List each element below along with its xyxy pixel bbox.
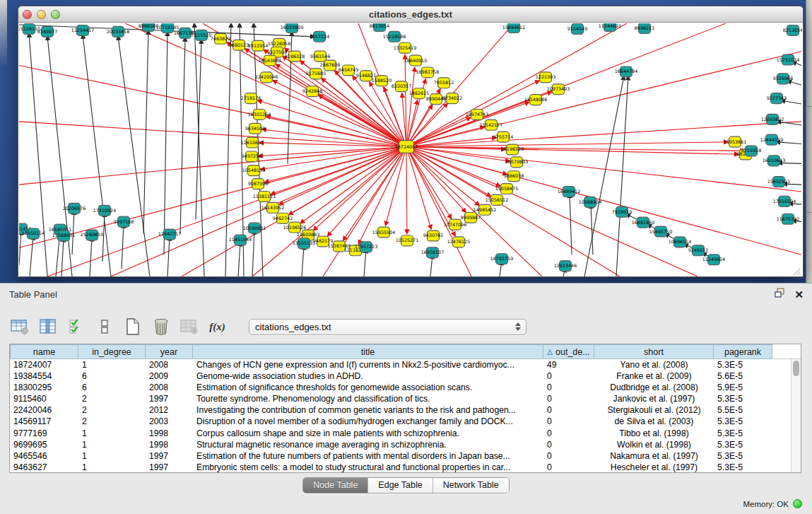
graph-edge[interactable] bbox=[406, 147, 407, 234]
table-row[interactable]: 911546021997Tourette syndrome. Phenomeno… bbox=[10, 393, 791, 404]
graph-edge[interactable] bbox=[406, 52, 801, 147]
new-file-icon[interactable] bbox=[123, 317, 142, 337]
table-row[interactable]: 1872400712008Changes of HCN gene express… bbox=[10, 359, 791, 370]
cell-year[interactable]: 2008 bbox=[146, 382, 193, 393]
cell-name[interactable]: 22420046 bbox=[10, 404, 78, 416]
cell-title[interactable]: Corpus callosum shape and size in male p… bbox=[193, 428, 543, 439]
cell-pagerank[interactable]: 5.3E-5 bbox=[714, 428, 772, 439]
float-panel-icon[interactable] bbox=[775, 288, 786, 301]
cell-name[interactable]: 9465546 bbox=[10, 450, 78, 462]
cell-name[interactable]: 18724007 bbox=[10, 359, 78, 370]
graph-edge[interactable] bbox=[167, 236, 170, 276]
cell-in-degree[interactable]: 1 bbox=[78, 359, 146, 370]
table-row[interactable]: 1456911722003Disruption of a novel membe… bbox=[10, 416, 791, 427]
cell-year[interactable]: 1997 bbox=[146, 393, 193, 404]
graph-edge[interactable] bbox=[19, 147, 406, 185]
resize-grip[interactable] bbox=[794, 269, 800, 275]
graph-edge[interactable] bbox=[300, 147, 406, 223]
cell-in-degree[interactable]: 1 bbox=[78, 462, 146, 473]
row-height-icon[interactable] bbox=[95, 317, 114, 337]
graph-edge[interactable] bbox=[122, 224, 124, 269]
memory-status-icon[interactable] bbox=[793, 499, 802, 508]
table-scrollbar[interactable] bbox=[791, 359, 801, 472]
graph-edge[interactable] bbox=[289, 147, 406, 215]
cell-in-degree[interactable]: 2 bbox=[78, 404, 146, 416]
network-view-window[interactable]: citations_edges.txt 74638228660123891295… bbox=[18, 6, 804, 277]
graph-edge[interactable] bbox=[143, 30, 148, 234]
graph-edge[interactable] bbox=[19, 231, 21, 266]
table-row[interactable]: 977716911998Corpus callosum shape and si… bbox=[10, 428, 791, 439]
graph-edge[interactable] bbox=[164, 32, 167, 255]
graph-edge[interactable] bbox=[406, 23, 514, 147]
cell-out-de-[interactable]: 0 bbox=[543, 382, 594, 393]
cell-name[interactable]: 18300295 bbox=[10, 382, 78, 393]
table-dropdown[interactable]: citations_edges.txt bbox=[249, 319, 526, 335]
graph-edge[interactable] bbox=[238, 242, 240, 276]
graph-edge[interactable] bbox=[90, 237, 92, 276]
cell-out-de-[interactable]: 0 bbox=[543, 462, 594, 473]
cell-title[interactable]: Disruption of a novel member of a sodium… bbox=[193, 416, 543, 427]
table-row[interactable]: 2242004622012Investigating the contribut… bbox=[10, 404, 791, 416]
column-header-in-degree[interactable]: in_degree bbox=[78, 344, 146, 359]
column-header-title[interactable]: title bbox=[193, 344, 543, 359]
table-row[interactable]: 946362711997Embryonic stem cells: a mode… bbox=[10, 462, 791, 473]
cell-title[interactable]: Changes of HCN gene expression and I(f) … bbox=[193, 359, 543, 370]
cell-pagerank[interactable]: 5.3E-5 bbox=[714, 462, 772, 473]
cell-year[interactable]: 2003 bbox=[146, 416, 193, 427]
cell-pagerank[interactable]: 5.3E-5 bbox=[714, 359, 772, 370]
table-settings-icon[interactable] bbox=[10, 317, 29, 337]
cell-pagerank[interactable]: 5.9E-5 bbox=[714, 382, 772, 393]
tab-network-table[interactable]: Network Table bbox=[433, 478, 509, 493]
table-row[interactable]: 969969511998Structural magnetic resonanc… bbox=[10, 439, 791, 450]
cell-name[interactable]: 9463627 bbox=[10, 462, 78, 473]
graph-edge[interactable] bbox=[406, 147, 698, 276]
graph-edge[interactable] bbox=[30, 235, 33, 276]
cell-in-degree[interactable]: 6 bbox=[78, 382, 146, 393]
graph-edge[interactable] bbox=[406, 142, 728, 147]
cell-out-de-[interactable]: 0 bbox=[543, 393, 594, 404]
cell-title[interactable]: Tourette syndrome. Phenomenology and cla… bbox=[193, 393, 543, 404]
column-header-name[interactable]: name bbox=[10, 344, 78, 359]
graph-edge[interactable] bbox=[302, 245, 304, 276]
cell-in-degree[interactable]: 1 bbox=[78, 450, 146, 462]
graph-edge[interactable] bbox=[319, 95, 406, 146]
close-panel-icon[interactable]: ✕ bbox=[794, 288, 804, 301]
network-canvas[interactable]: 7463822866012389129541522605893275081654… bbox=[19, 23, 802, 276]
cell-out-de-[interactable]: 49 bbox=[543, 359, 594, 370]
cell-short[interactable]: Hescheler et al. (1997) bbox=[594, 462, 714, 473]
cell-in-degree[interactable]: 2 bbox=[78, 393, 146, 404]
cell-short[interactable]: de Silva et al. (2003) bbox=[594, 416, 714, 427]
tab-edge-table[interactable]: Edge Table bbox=[367, 478, 432, 493]
tab-node-table[interactable]: Node Table bbox=[303, 478, 367, 493]
cell-out-de-[interactable]: 0 bbox=[543, 450, 594, 462]
cell-year[interactable]: 1997 bbox=[146, 462, 193, 473]
graph-edge[interactable] bbox=[406, 100, 418, 147]
function-icon[interactable]: f(x) bbox=[208, 317, 227, 337]
graph-edge[interactable] bbox=[19, 66, 406, 147]
scrollbar-thumb[interactable] bbox=[793, 361, 799, 376]
cell-pagerank[interactable]: 5.3E-5 bbox=[714, 393, 772, 404]
table-row[interactable]: 1830029562008Estimation of significance … bbox=[10, 382, 791, 393]
cell-name[interactable]: 19384554 bbox=[10, 370, 78, 382]
table-header-row[interactable]: namein_degreeyeartitle△out_de...shortpag… bbox=[10, 344, 801, 359]
graph-edge[interactable] bbox=[570, 194, 572, 255]
cell-short[interactable]: Yano et al. (2008) bbox=[594, 359, 714, 370]
cell-name[interactable]: 14569117 bbox=[10, 416, 78, 427]
cell-in-degree[interactable]: 1 bbox=[78, 439, 146, 450]
cell-short[interactable]: Stergiakouli et al. (2012) bbox=[594, 404, 714, 416]
cell-year[interactable]: 2008 bbox=[146, 359, 193, 370]
cell-pagerank[interactable]: 5.3E-5 bbox=[714, 416, 772, 427]
cell-in-degree[interactable]: 2 bbox=[78, 416, 146, 427]
cell-in-degree[interactable]: 6 bbox=[78, 370, 146, 382]
cell-short[interactable]: Nakamura et al. (1997) bbox=[594, 450, 714, 462]
cell-in-degree[interactable]: 1 bbox=[78, 428, 146, 439]
cell-out-de-[interactable]: 0 bbox=[543, 428, 594, 439]
cell-short[interactable]: Dudbridge et al. (2008) bbox=[594, 382, 714, 393]
column-header-year[interactable]: year bbox=[146, 344, 193, 359]
delete-trash-icon[interactable] bbox=[151, 317, 170, 337]
cell-out-de-[interactable]: 0 bbox=[543, 404, 594, 416]
graph-edge[interactable] bbox=[194, 23, 204, 276]
cell-name[interactable]: 9777169 bbox=[10, 428, 78, 439]
window-titlebar[interactable]: citations_edges.txt bbox=[18, 6, 803, 23]
cell-year[interactable]: 2012 bbox=[146, 404, 193, 416]
